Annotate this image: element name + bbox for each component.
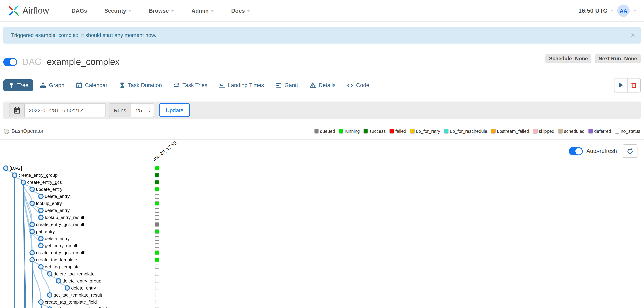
task-status-square[interactable] <box>155 201 159 205</box>
nav-item-dags[interactable]: DAGs <box>63 8 96 14</box>
task-status-square[interactable] <box>155 187 159 191</box>
task-status-square[interactable] <box>155 244 159 247</box>
task-node-delete-entry[interactable] <box>39 194 43 198</box>
task-node-get-tag-template-result[interactable] <box>48 293 52 297</box>
task-status-square[interactable] <box>155 222 159 226</box>
task-status-square[interactable] <box>155 173 159 177</box>
status-swatch <box>533 129 538 134</box>
task-node-delete-entry[interactable] <box>39 208 43 213</box>
navbar: Airflow DAGsSecurityBrowseAdminDocs 16:5… <box>0 0 644 22</box>
nav-item-docs[interactable]: Docs <box>223 8 259 14</box>
auto-refresh-label: Auto-refresh <box>586 148 617 154</box>
update-button[interactable]: Update <box>160 103 190 117</box>
task-node-get-entry-result[interactable] <box>39 243 43 248</box>
task-label: create_entry_gcs_result2 <box>36 250 87 255</box>
dag-pause-toggle[interactable] <box>3 58 17 66</box>
tab-label: Details <box>319 82 336 88</box>
tab-graph[interactable]: Graph <box>35 79 69 91</box>
legend-item-deferred: deferred <box>588 129 611 134</box>
task-node-lookup-entry[interactable] <box>30 201 34 205</box>
tab-tree[interactable]: Tree <box>3 79 34 91</box>
tree-edge <box>41 267 50 295</box>
chevron-down-icon <box>633 10 636 12</box>
alert-message: Triggered example_complex, it should sta… <box>11 32 156 38</box>
task-status-square[interactable] <box>155 237 159 240</box>
task-node-dag[interactable] <box>4 166 8 170</box>
task-node-delete-entry[interactable] <box>39 236 43 241</box>
nav-item-browse[interactable]: Browse <box>140 8 183 14</box>
task-status-square[interactable] <box>155 265 159 269</box>
legend-item-skipped: skipped <box>533 129 554 134</box>
runs-select-wrap: 25 ⌄ <box>131 103 154 117</box>
status-label: success <box>370 129 386 134</box>
status-label: up_for_reschedule <box>450 129 487 134</box>
status-label: skipped <box>539 129 554 134</box>
task-status-square[interactable] <box>155 215 159 219</box>
task-status-square[interactable] <box>155 208 159 212</box>
task-node-create-entry-gcs-result2[interactable] <box>30 250 34 255</box>
legend-item-running: running <box>339 129 360 134</box>
task-node-get-tag-template[interactable] <box>39 264 43 269</box>
task-node-create-tag-template[interactable] <box>30 257 34 262</box>
task-status-square[interactable] <box>155 300 159 304</box>
task-label: lookup_entry_result <box>45 215 84 220</box>
task-node-update-tag-template-field[interactable] <box>48 307 52 308</box>
runs-select[interactable]: 25 <box>131 103 154 117</box>
tree-section: Auto-refresh Jan 28, 17:50[DAG]create_en… <box>0 140 644 308</box>
base-date-input[interactable] <box>24 103 106 117</box>
status-swatch <box>588 129 593 134</box>
tab-code[interactable]: Code <box>342 79 374 91</box>
tab-task-duration[interactable]: Task Duration <box>114 79 167 91</box>
refresh-button[interactable] <box>622 144 637 158</box>
clock-menu[interactable]: 16:50 UTC <box>578 8 614 14</box>
task-node-get-entry[interactable] <box>30 229 34 234</box>
operator-legend: BashOperator <box>4 128 44 134</box>
task-node-create-entry-gcs[interactable] <box>21 180 26 184</box>
auto-refresh-toggle[interactable] <box>569 147 583 155</box>
tab-landing-times[interactable]: Landing Times <box>214 79 269 91</box>
brand[interactable]: Airflow <box>8 5 49 17</box>
task-status-square[interactable] <box>155 307 159 308</box>
chevron-down-icon <box>171 10 174 12</box>
tab-gantt[interactable]: Gantt <box>270 79 303 91</box>
task-status-square[interactable] <box>155 286 159 290</box>
nav-item-security[interactable]: Security <box>96 8 140 14</box>
tab-calendar[interactable]: Calendar <box>71 79 112 91</box>
task-status-square[interactable] <box>155 180 159 184</box>
trigger-dag-button[interactable] <box>614 78 628 92</box>
run-date-label: Jan 28, 17:50 <box>152 140 178 162</box>
task-label: create_entry_gcs_result <box>36 222 84 227</box>
task-status-square[interactable] <box>155 251 159 254</box>
tab-task-tries[interactable]: Task Tries <box>168 79 212 91</box>
avatar[interactable]: AA <box>617 5 630 17</box>
task-status-square[interactable] <box>155 229 159 233</box>
nav-item-label: Security <box>104 8 126 14</box>
task-node-create-entry-group[interactable] <box>12 173 17 177</box>
dag-run-status-circle[interactable] <box>155 166 160 170</box>
nav-item-label: Admin <box>192 8 209 14</box>
task-node-delete-entry[interactable] <box>65 286 70 290</box>
tab-details[interactable]: Details <box>304 79 340 91</box>
task-status-square[interactable] <box>155 279 159 283</box>
task-status-square[interactable] <box>155 272 159 276</box>
tab-label: Graph <box>49 82 64 88</box>
task-node-create-entry-gcs-result[interactable] <box>30 222 34 227</box>
task-node-lookup-entry-result[interactable] <box>39 215 43 220</box>
task-status-square[interactable] <box>155 258 159 261</box>
status-label: failed <box>396 129 406 134</box>
legend-item-no-status: no_status <box>615 129 640 134</box>
task-status-square[interactable] <box>155 293 159 297</box>
close-icon[interactable]: × <box>631 32 635 39</box>
nav-item-admin[interactable]: Admin <box>183 8 223 14</box>
nav-item-label: Browse <box>149 8 169 14</box>
page-title: DAG: example_complex <box>22 57 120 67</box>
task-node-create-tag-template-field[interactable] <box>39 300 43 304</box>
status-swatch <box>339 129 344 134</box>
legend-item-up-for-retry: up_for_retry <box>410 129 440 134</box>
task-node-update-entry[interactable] <box>30 187 34 191</box>
delete-dag-button[interactable] <box>627 78 641 92</box>
status-label: running <box>345 129 360 134</box>
task-node-delete-entry-group[interactable] <box>56 279 61 283</box>
task-status-square[interactable] <box>155 194 159 198</box>
task-node-delete-tag-template[interactable] <box>48 271 52 276</box>
